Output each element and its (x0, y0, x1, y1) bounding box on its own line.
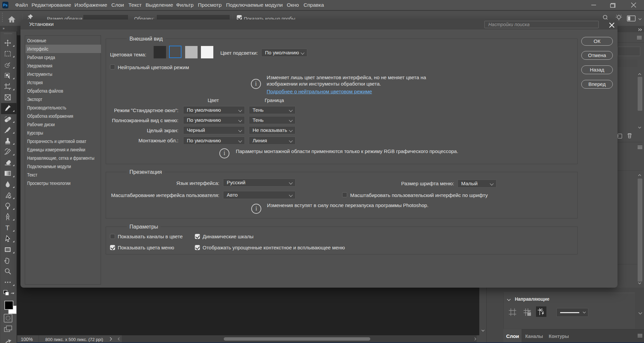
svg-text:T: T (5, 224, 9, 232)
